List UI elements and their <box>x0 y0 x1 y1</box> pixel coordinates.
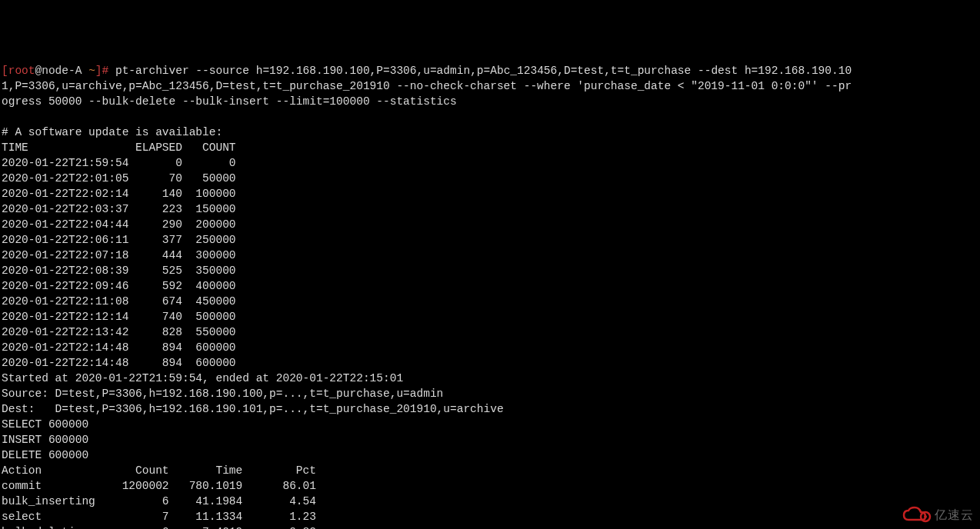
summary-select: SELECT 600000 <box>2 418 88 431</box>
prompt-open: [ <box>2 65 8 77</box>
progress-row: 2020-01-22T22:13:42 828 550000 <box>2 326 236 338</box>
watermark-text: 亿速云 <box>935 507 974 523</box>
progress-row: 2020-01-22T22:04:44 290 200000 <box>2 218 236 231</box>
prompt-at: @ <box>35 65 42 77</box>
update-message: # A software update is available: <box>2 126 222 138</box>
progress-row: 2020-01-22T22:06:11 377 250000 <box>2 234 236 246</box>
summary-started: Started at 2020-01-22T21:59:54, ended at… <box>2 372 403 384</box>
summary-source: Source: D=test,P=3306,h=192.168.190.100,… <box>2 388 443 400</box>
cloud-icon <box>902 506 933 524</box>
progress-row: 2020-01-22T22:07:18 444 300000 <box>2 249 236 261</box>
progress-header: TIME ELAPSED COUNT <box>2 141 236 154</box>
stats-row: commit 1200002 780.1019 86.01 <box>2 480 316 492</box>
progress-row: 2020-01-22T22:03:37 223 150000 <box>2 203 236 215</box>
command-line-2: 1,P=3306,u=archive,p=Abc_123456,D=test,t… <box>2 80 852 92</box>
stats-row: bulk_deleting 6 7.4019 0.82 <box>2 526 316 529</box>
summary-insert: INSERT 600000 <box>2 434 88 446</box>
progress-row: 2020-01-22T22:08:39 525 350000 <box>2 264 236 277</box>
summary-delete: DELETE 600000 <box>2 449 88 461</box>
summary-dest: Dest: D=test,P=3306,h=192.168.190.101,p=… <box>2 403 504 415</box>
progress-row: 2020-01-22T22:12:14 740 500000 <box>2 311 236 323</box>
prompt-user: root <box>8 65 35 77</box>
command-line-1: pt-archiver --source h=192.168.190.100,P… <box>108 65 852 77</box>
blank-line <box>2 111 8 123</box>
terminal[interactable]: [root@node-A ~]# pt-archiver --source h=… <box>2 63 980 529</box>
stats-header: Action Count Time Pct <box>2 464 316 477</box>
progress-row: 2020-01-22T22:14:48 894 600000 <box>2 341 236 354</box>
command-line-3: ogress 50000 --bulk-delete --bulk-insert… <box>2 95 457 108</box>
prompt-close: ]# <box>95 65 108 77</box>
progress-row: 2020-01-22T22:02:14 140 100000 <box>2 188 236 200</box>
prompt-cwd: ~ <box>88 65 95 77</box>
prompt-host: node-A <box>42 65 82 77</box>
progress-row: 2020-01-22T22:14:48 894 600000 <box>2 357 236 369</box>
progress-row: 2020-01-22T22:09:46 592 400000 <box>2 280 236 292</box>
progress-row: 2020-01-22T22:01:05 70 50000 <box>2 172 236 185</box>
progress-row: 2020-01-22T22:11:08 674 450000 <box>2 295 236 308</box>
svg-point-1 <box>924 515 927 518</box>
progress-row: 2020-01-22T21:59:54 0 0 <box>2 157 236 169</box>
prompt: [root@node-A ~]# <box>2 65 108 77</box>
stats-row: select 7 11.1334 1.23 <box>2 511 316 523</box>
stats-row: bulk_inserting 6 41.1984 4.54 <box>2 495 316 507</box>
watermark-logo: 亿速云 <box>902 506 974 524</box>
